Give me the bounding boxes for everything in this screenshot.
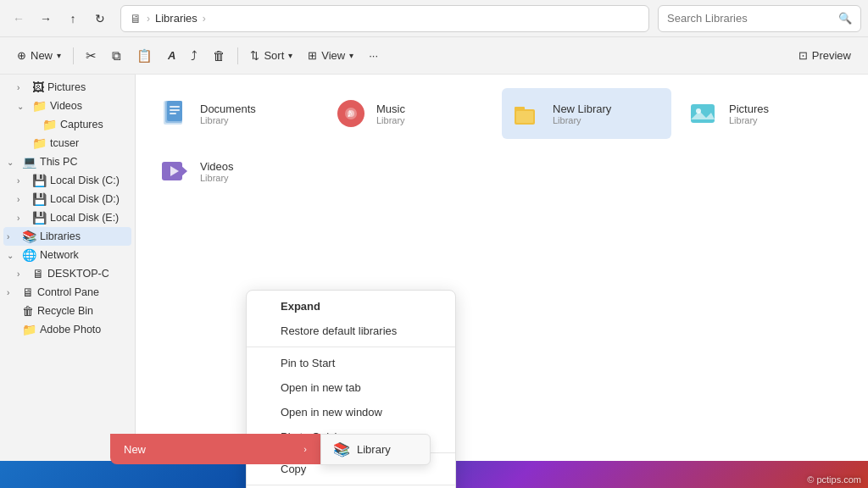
ctx-item-open-tab[interactable]: Open in new tab: [247, 375, 455, 400]
control-panel-icon: 🖥: [22, 286, 34, 299]
new-library-info: New Library Library: [553, 103, 611, 125]
forward-button[interactable]: →: [34, 7, 58, 30]
sidebar-item-adobe[interactable]: 📁 Adobe Photo: [3, 320, 131, 339]
disk-c-icon: 💾: [32, 174, 47, 187]
preview-button[interactable]: ⊡ Preview: [792, 42, 858, 69]
view-label: View: [321, 49, 345, 62]
back-button[interactable]: ←: [7, 7, 31, 30]
sort-icon: ⇅: [250, 49, 259, 62]
sidebar-item-recycle-bin[interactable]: 🗑 Recycle Bin: [3, 302, 131, 320]
sidebar-item-label: Recycle Bin: [37, 305, 93, 317]
sidebar-item-tcuser[interactable]: 📁 tcuser: [3, 134, 131, 152]
sidebar-item-label: Local Disk (E:): [50, 212, 119, 224]
sidebar-item-libraries[interactable]: › 📚 Libraries: [3, 227, 131, 246]
captures-icon: 📁: [42, 118, 57, 131]
sidebar-item-label: DESKTOP-C: [47, 268, 109, 280]
new-label: New: [31, 49, 53, 62]
ctx-item-open-window[interactable]: Open in new window: [247, 400, 455, 424]
chevron-icon: ›: [7, 288, 19, 297]
new-library-icon: [510, 97, 544, 130]
svg-marker-17: [181, 165, 187, 177]
svg-text:♪: ♪: [347, 106, 353, 119]
ctx-item-pin-start[interactable]: Pin to Start: [247, 351, 455, 375]
submenu-bar: New › 📚 Library: [110, 434, 431, 465]
library-item-documents[interactable]: Documents Library: [149, 88, 319, 139]
search-bar[interactable]: 🔍: [658, 5, 861, 32]
sidebar-item-control-panel[interactable]: › 🖥 Control Pane: [3, 283, 131, 302]
toolbar-divider-2: [237, 47, 238, 64]
sidebar-item-label: Adobe Photo: [40, 324, 101, 336]
sidebar-item-thispc[interactable]: ⌄ 💻 This PC: [3, 152, 131, 171]
rename-button[interactable]: A: [161, 42, 182, 69]
library-item-new[interactable]: New Library Library: [502, 88, 671, 139]
path-sep-1: ›: [147, 13, 150, 25]
ctx-restore-label: Restore default libraries: [281, 324, 397, 337]
view-button[interactable]: ⊞ View ▾: [301, 42, 360, 69]
sidebar-item-captures[interactable]: 📁 Captures: [3, 115, 131, 134]
svg-rect-11: [515, 107, 525, 111]
videos-info: Videos Library: [200, 160, 234, 183]
sidebar-item-label: Libraries: [40, 230, 81, 242]
pictures-icon: 🖼: [32, 80, 44, 94]
sort-button[interactable]: ⇅ Sort ▾: [243, 42, 299, 69]
cut-button[interactable]: ✂: [79, 42, 103, 69]
sidebar-item-local-d[interactable]: › 💾 Local Disk (D:): [3, 190, 131, 208]
refresh-button[interactable]: ↻: [88, 7, 112, 30]
sidebar-item-label: Network: [40, 249, 79, 261]
sidebar-item-local-c[interactable]: › 💾 Local Disk (C:): [3, 171, 131, 190]
more-button[interactable]: ···: [362, 42, 385, 69]
ctx-open-tab-label: Open in new tab: [281, 381, 361, 394]
delete-icon: 🗑: [213, 48, 225, 63]
more-icon: ···: [369, 49, 378, 62]
svg-rect-4: [170, 109, 180, 111]
svg-rect-3: [170, 106, 180, 108]
library-item-pictures[interactable]: Pictures Library: [678, 88, 848, 139]
videos-lib-name: Videos: [200, 160, 234, 173]
library-item-music[interactable]: ♪ Music Library: [326, 88, 495, 139]
pictures-info: Pictures Library: [729, 103, 769, 125]
pictures-lib-name: Pictures: [729, 103, 769, 115]
sidebar-item-local-e[interactable]: › 💾 Local Disk (E:): [3, 208, 131, 227]
new-button[interactable]: ⊕ New ▾: [10, 42, 68, 69]
ctx-item-expand[interactable]: Expand: [247, 294, 455, 319]
sidebar-item-label: tcuser: [50, 137, 79, 149]
sidebar-item-videos[interactable]: ⌄ 📁 Videos: [3, 97, 131, 115]
chevron-icon: ›: [7, 232, 19, 241]
ctx-item-restore[interactable]: Restore default libraries: [247, 319, 455, 343]
library-item-videos[interactable]: Videos Library: [149, 146, 319, 197]
preview-label: Preview: [812, 49, 851, 62]
videos-lib-type: Library: [200, 173, 234, 183]
sidebar-item-network[interactable]: ⌄ 🌐 Network: [3, 246, 131, 264]
up-button[interactable]: ↑: [61, 7, 85, 30]
rename-icon: A: [168, 49, 175, 62]
chevron-icon: ⌄: [7, 158, 19, 167]
title-bar: ← → ↑ ↻ 🖥 › Libraries › 🔍: [0, 0, 868, 37]
sidebar-item-label: Local Disk (D:): [50, 193, 120, 205]
search-input[interactable]: [667, 12, 833, 25]
paste-button[interactable]: 📋: [130, 42, 159, 69]
delete-button[interactable]: 🗑: [206, 42, 232, 69]
libraries-icon: 📚: [22, 230, 36, 243]
network-icon: 🌐: [22, 248, 36, 262]
cut-icon: ✂: [86, 48, 97, 64]
documents-icon: [158, 97, 192, 130]
ctx-expand-label: Expand: [281, 300, 320, 313]
documents-type: Library: [200, 115, 256, 125]
library-submenu-item[interactable]: 📚 Library: [320, 434, 431, 465]
view-dropdown-icon: ▾: [349, 51, 353, 60]
new-submenu-trigger[interactable]: New ›: [110, 434, 320, 464]
sidebar-item-label: Local Disk (C:): [50, 175, 120, 186]
pictures-lib-icon: [687, 97, 721, 130]
chevron-icon: ⌄: [7, 251, 19, 260]
chevron-icon: ›: [17, 269, 29, 279]
copy-button[interactable]: ⧉: [105, 42, 128, 69]
view-icon: ⊞: [308, 49, 317, 62]
tcuser-icon: 📁: [32, 136, 47, 150]
share-button[interactable]: ⤴: [184, 42, 204, 69]
adobe-icon: 📁: [22, 323, 36, 336]
sidebar-item-label: Control Pane: [37, 286, 99, 298]
sidebar-item-pictures[interactable]: › 🖼 Pictures: [3, 78, 131, 97]
address-bar[interactable]: 🖥 › Libraries ›: [120, 5, 649, 32]
sidebar-item-desktop[interactable]: › 🖥 DESKTOP-C: [3, 264, 131, 283]
disk-d-icon: 💾: [32, 192, 47, 206]
